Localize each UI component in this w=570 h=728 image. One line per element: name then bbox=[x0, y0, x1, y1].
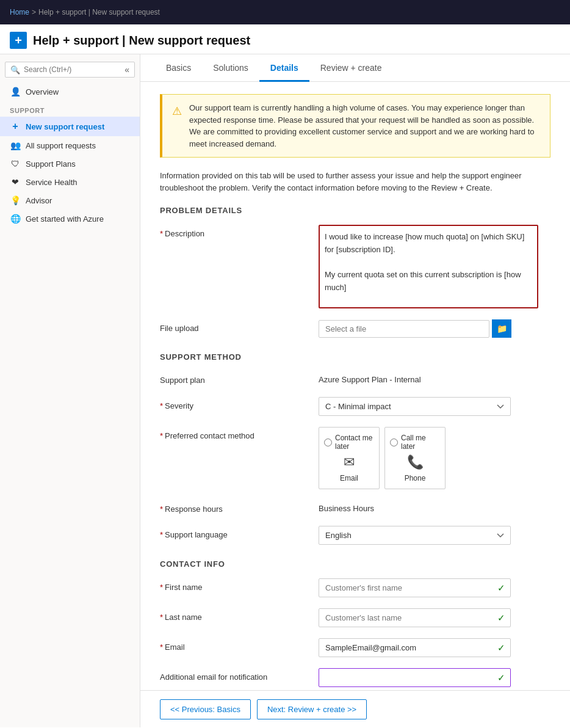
last-name-control: ✓ bbox=[319, 608, 550, 627]
support-plan-label: Support plan bbox=[160, 371, 319, 386]
email-label: *Email bbox=[160, 638, 319, 653]
first-name-control: ✓ bbox=[319, 578, 550, 597]
search-container[interactable]: 🔍 « bbox=[5, 62, 135, 78]
sidebar-item-label: Advisor bbox=[26, 196, 52, 205]
response-hours-label: *Response hours bbox=[160, 500, 319, 515]
sidebar-section-support: Support bbox=[0, 101, 140, 117]
last-name-input[interactable] bbox=[319, 609, 497, 627]
first-name-label: *First name bbox=[160, 578, 319, 593]
collapse-button[interactable]: « bbox=[124, 65, 129, 75]
warning-banner: ⚠ Our support team is currently handling… bbox=[160, 94, 550, 158]
sidebar-item-support-plans[interactable]: 🛡 Support Plans bbox=[0, 155, 140, 173]
get-started-icon: 🌐 bbox=[10, 214, 21, 224]
sidebar-item-label: Get started with Azure bbox=[26, 214, 104, 224]
contact-method-control: Contact me later ✉ Email Call me later 📞 bbox=[319, 427, 550, 489]
content-area: ⚠ Our support team is currently handling… bbox=[140, 82, 570, 727]
first-name-input[interactable] bbox=[319, 579, 497, 597]
description-textarea[interactable]: I woud like to increase [how much quota]… bbox=[320, 226, 537, 305]
response-hours-text: Business Hours bbox=[319, 500, 550, 513]
next-button[interactable]: Next: Review + create >> bbox=[257, 699, 367, 719]
section-contact-info: CONTACT INFO bbox=[160, 559, 550, 569]
email-input-container: ✓ bbox=[319, 638, 511, 657]
additional-email-input[interactable] bbox=[319, 669, 497, 686]
required-asterisk: * bbox=[160, 229, 163, 238]
first-name-check-icon: ✓ bbox=[497, 583, 510, 594]
service-health-icon: ❤ bbox=[10, 177, 21, 187]
contact-me-later-label: Contact me later bbox=[335, 434, 374, 451]
email-input[interactable] bbox=[319, 639, 497, 657]
main-layout: 🔍 « 👤 Overview Support + New support req… bbox=[0, 54, 570, 727]
overview-icon: 👤 bbox=[10, 87, 21, 96]
sidebar-item-label: Support Plans bbox=[26, 159, 76, 169]
email-radio-row: Contact me later bbox=[324, 434, 374, 451]
form-row-last-name: *Last name ✓ bbox=[160, 608, 550, 627]
breadcrumb-current: Help + support | New support request bbox=[38, 8, 160, 16]
contact-email-button[interactable]: Contact me later ✉ Email bbox=[319, 427, 380, 489]
tab-basics[interactable]: Basics bbox=[155, 54, 202, 82]
sidebar-item-service-health[interactable]: ❤ Service Health bbox=[0, 173, 140, 191]
support-language-select[interactable]: English French German Spanish Japanese bbox=[319, 526, 511, 545]
warning-icon: ⚠ bbox=[172, 103, 182, 120]
sidebar-item-overview[interactable]: 👤 Overview bbox=[0, 82, 140, 101]
footer-nav: << Previous: Basics Next: Review + creat… bbox=[140, 690, 570, 727]
additional-email-control: ✓ bbox=[319, 668, 550, 687]
sidebar-item-get-started[interactable]: 🌐 Get started with Azure bbox=[0, 209, 140, 228]
form-row-email: *Email ✓ bbox=[160, 638, 550, 657]
support-plans-icon: 🛡 bbox=[10, 159, 21, 169]
email-check-icon: ✓ bbox=[497, 642, 510, 653]
phone-radio[interactable] bbox=[390, 439, 398, 446]
folder-icon: 📁 bbox=[497, 324, 507, 333]
call-me-later-label: Call me later bbox=[401, 434, 440, 451]
top-bar: Home > Help + support | New support requ… bbox=[0, 0, 570, 24]
last-name-check-icon: ✓ bbox=[497, 613, 510, 624]
main-content: Basics Solutions Details Review + create… bbox=[140, 54, 570, 727]
file-browse-button[interactable]: 📁 bbox=[492, 319, 511, 338]
phone-label: Phone bbox=[405, 474, 426, 482]
contact-method-label: *Preferred contact method bbox=[160, 427, 319, 442]
header-plus-icon: + bbox=[15, 34, 22, 48]
contact-method-row: Contact me later ✉ Email Call me later 📞 bbox=[319, 427, 550, 489]
additional-email-check-icon: ✓ bbox=[497, 672, 510, 683]
phone-radio-row: Call me later bbox=[390, 434, 440, 451]
all-requests-icon: 👥 bbox=[10, 140, 21, 150]
tab-review-create[interactable]: Review + create bbox=[309, 54, 393, 82]
email-control: ✓ bbox=[319, 638, 550, 657]
form-row-description: *Description I woud like to increase [ho… bbox=[160, 225, 550, 308]
search-input[interactable] bbox=[24, 65, 97, 74]
sidebar-item-label: All support requests bbox=[26, 141, 96, 150]
sidebar-item-label: New support request bbox=[26, 122, 104, 131]
file-input[interactable] bbox=[319, 320, 489, 338]
warning-text: Our support team is currently handling a… bbox=[189, 102, 540, 150]
description-container: I woud like to increase [how much quota]… bbox=[319, 225, 538, 308]
section-support-method: SUPPORT METHOD bbox=[160, 352, 550, 362]
form-row-contact-method: *Preferred contact method Contact me lat… bbox=[160, 427, 550, 489]
sidebar-item-advisor[interactable]: 💡 Advisor bbox=[0, 191, 140, 209]
file-upload-control: 📁 bbox=[319, 319, 550, 338]
last-name-input-container: ✓ bbox=[319, 608, 511, 627]
support-plan-value: Azure Support Plan - Internal bbox=[319, 371, 550, 384]
sidebar-item-all-support-requests[interactable]: 👥 All support requests bbox=[0, 136, 140, 155]
sidebar-item-new-support-request[interactable]: + New support request bbox=[0, 117, 140, 136]
description-control: I woud like to increase [how much quota]… bbox=[319, 225, 550, 308]
file-upload-row: 📁 bbox=[319, 319, 550, 338]
severity-select[interactable]: C - Minimal impact B - Moderate impact A… bbox=[319, 397, 511, 416]
prev-button[interactable]: << Previous: Basics bbox=[160, 699, 251, 719]
contact-phone-button[interactable]: Call me later 📞 Phone bbox=[384, 427, 446, 489]
section-problem-details: PROBLEM DETAILS bbox=[160, 206, 550, 215]
response-hours-value: Business Hours bbox=[319, 500, 550, 513]
tab-details[interactable]: Details bbox=[259, 54, 309, 82]
email-radio[interactable] bbox=[324, 439, 332, 446]
support-language-control: English French German Spanish Japanese bbox=[319, 526, 550, 545]
breadcrumb-sep: > bbox=[32, 8, 36, 16]
breadcrumb-home[interactable]: Home bbox=[10, 8, 29, 16]
tabs-bar: Basics Solutions Details Review + create bbox=[140, 54, 570, 82]
page-title: Help + support | New support request bbox=[33, 34, 250, 48]
severity-control: C - Minimal impact B - Moderate impact A… bbox=[319, 397, 550, 416]
additional-email-label: Additional email for notification bbox=[160, 668, 319, 683]
support-language-label: *Support language bbox=[160, 526, 319, 541]
advisor-icon: 💡 bbox=[10, 195, 21, 205]
search-icon: 🔍 bbox=[10, 65, 20, 75]
file-upload-label: File upload bbox=[160, 319, 319, 334]
tab-solutions[interactable]: Solutions bbox=[202, 54, 259, 82]
phone-icon: 📞 bbox=[407, 454, 424, 470]
